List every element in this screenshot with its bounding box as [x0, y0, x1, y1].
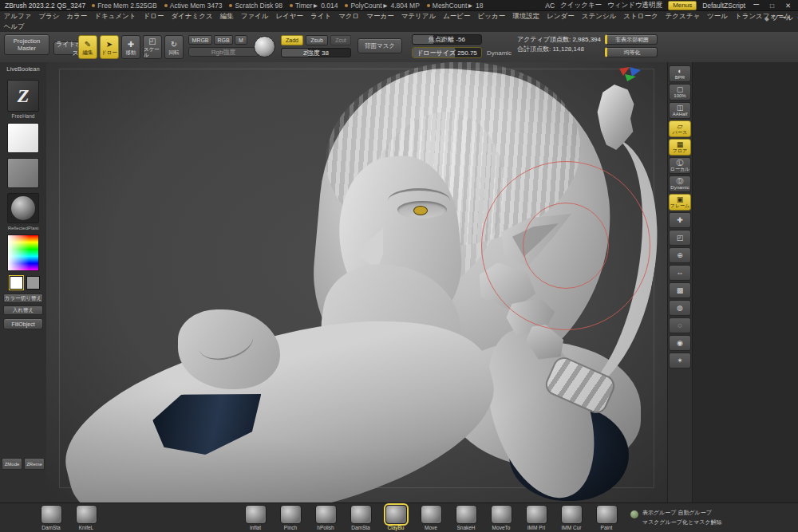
- menu-item[interactable]: カラー: [63, 11, 91, 22]
- menu-item[interactable]: ドロー: [140, 11, 168, 22]
- right-shelf-button[interactable]: ▢ 100%: [669, 84, 691, 100]
- menu-item[interactable]: ムービー: [440, 11, 474, 22]
- fill-object-button[interactable]: FillObject: [3, 318, 43, 329]
- brush-slot[interactable]: DamSta: [35, 505, 67, 530]
- menu-item[interactable]: レイヤー: [272, 11, 307, 22]
- brush-slot[interactable]: hPolish: [310, 505, 342, 530]
- right-shelf-button[interactable]: ◌: [669, 317, 691, 333]
- menu-item[interactable]: マテリアル: [397, 11, 440, 22]
- rgb-intensity-slider[interactable]: Rgb強度: [188, 47, 259, 57]
- live-boolean-button[interactable]: LiveBoolean: [0, 65, 46, 73]
- tray-mini-button[interactable]: ZMode: [2, 458, 22, 470]
- brush-slot[interactable]: DamSta: [345, 505, 377, 530]
- zcut-button[interactable]: Zcut: [330, 35, 351, 45]
- edit-mode-button[interactable]: 編集: [78, 35, 97, 59]
- backface-mask-button[interactable]: 背面マスク: [358, 38, 402, 53]
- right-shelf-button[interactable]: ⇔: [669, 265, 691, 281]
- group-option-line-1[interactable]: 表示グループ 自動グループ: [642, 509, 722, 517]
- brush-slot[interactable]: MoveTo: [485, 505, 517, 530]
- zadd-button[interactable]: Zadd: [281, 35, 303, 45]
- menu-item[interactable]: ステンシル: [578, 11, 620, 22]
- right-shelf-button[interactable]: ▩: [669, 282, 691, 298]
- right-shelf-button[interactable]: ◫ AAHalf: [669, 102, 691, 119]
- brush-slot[interactable]: IMM Pri: [520, 505, 552, 530]
- menu-item[interactable]: ライト: [307, 11, 335, 22]
- camera-head-preview[interactable]: [593, 85, 638, 150]
- brush-slot[interactable]: SnakeH: [450, 505, 482, 530]
- close-button[interactable]: ✕: [783, 2, 793, 10]
- menu-item[interactable]: ダイナミクス: [168, 11, 216, 22]
- menus-toggle-button[interactable]: Menus: [668, 1, 697, 10]
- current-material-thumbnail[interactable]: [7, 193, 39, 223]
- brush-slot[interactable]: Paint: [591, 505, 622, 530]
- current-material-sphere[interactable]: [254, 36, 275, 57]
- brush-slot[interactable]: KnifeL: [70, 505, 102, 530]
- minimize-button[interactable]: ー: [751, 1, 761, 10]
- current-texture-thumbnail[interactable]: [7, 158, 39, 188]
- right-shelf-button[interactable]: ▣ フレーム: [669, 194, 691, 211]
- right-shelf-button[interactable]: ▦ フロア: [669, 139, 691, 156]
- current-alpha-thumbnail[interactable]: [7, 123, 39, 153]
- viewport-canvas[interactable]: [46, 62, 667, 502]
- hidden-range-button[interactable]: 非表示部範囲: [605, 34, 658, 45]
- menu-item[interactable]: ドキュメント: [91, 11, 140, 22]
- rotate-mode-button[interactable]: 回転: [164, 35, 184, 59]
- brush-slot[interactable]: IMM Cur: [555, 505, 587, 530]
- menu-item[interactable]: 環境設定: [509, 11, 543, 22]
- zsub-button[interactable]: Zsub: [306, 35, 328, 45]
- window-opacity-button[interactable]: ウィンドウ透明度: [607, 1, 662, 10]
- brush-slot[interactable]: Move: [415, 505, 447, 530]
- right-shelf-button[interactable]: Ⓓ Dynamic: [669, 175, 691, 192]
- menu-item[interactable]: ストローク: [620, 11, 662, 22]
- menu-item[interactable]: マクロ: [335, 11, 363, 22]
- menu-item[interactable]: ヘルプ: [0, 22, 28, 32]
- menu-item[interactable]: ツール: [704, 11, 732, 22]
- right-shelf-button[interactable]: ◉: [669, 335, 691, 351]
- main-color-swatch[interactable]: [10, 276, 23, 290]
- menu-item[interactable]: 編集: [216, 11, 237, 22]
- uniform-button[interactable]: 均等化: [605, 47, 658, 57]
- tool-tray-header[interactable]: ツール: [764, 13, 793, 23]
- move-mode-button[interactable]: 移動: [121, 35, 140, 59]
- menu-item[interactable]: ブラシ: [35, 11, 63, 22]
- focal-shift-slider[interactable]: 焦点距離 -56: [412, 34, 482, 45]
- right-shelf-button[interactable]: ✚: [669, 212, 691, 228]
- swap-color-button[interactable]: 入れ替え: [3, 305, 43, 315]
- right-shelf-button[interactable]: ◰: [669, 230, 691, 246]
- right-shelf-button[interactable]: ✶: [669, 353, 691, 368]
- quick-keys-button[interactable]: クイックキー: [560, 1, 602, 10]
- color-picker[interactable]: [7, 234, 39, 271]
- brush-slot[interactable]: Pinch: [275, 505, 306, 530]
- brush-slot[interactable]: ClayBu: [380, 505, 412, 530]
- draw-mode-button[interactable]: ドロー: [100, 35, 119, 59]
- scale-mode-button[interactable]: スケール: [143, 35, 162, 59]
- current-brush-thumbnail[interactable]: [7, 80, 39, 112]
- switch-color-button[interactable]: カラー切り替え: [3, 294, 43, 303]
- menu-item[interactable]: ピッカー: [474, 11, 509, 22]
- z-intensity-slider[interactable]: Z強度 38: [281, 48, 351, 57]
- right-shelf-button[interactable]: ◍: [669, 300, 691, 316]
- dynamic-drawsize-toggle[interactable]: Dynamic: [487, 49, 512, 57]
- group-option-line-2[interactable]: マスクグループ化とマスク解除: [642, 518, 722, 526]
- menu-item[interactable]: マーカー: [363, 11, 397, 22]
- brush-slot[interactable]: Inflat: [239, 505, 271, 530]
- menu-item[interactable]: テクスチャ: [662, 11, 704, 22]
- right-shelf-button[interactable]: ◐ BPR: [669, 65, 691, 82]
- secondary-color-swatch[interactable]: [26, 276, 40, 290]
- right-shelf-button[interactable]: Ⓛ ローカル: [669, 157, 691, 174]
- axis-gizmo-icon[interactable]: [619, 67, 643, 81]
- m-button[interactable]: M: [235, 35, 247, 45]
- projection-master-button[interactable]: Projection Master: [4, 34, 49, 55]
- menu-item[interactable]: Zプラグイン: [794, 11, 798, 22]
- menu-item[interactable]: アルファ: [0, 11, 35, 22]
- draw-size-slider[interactable]: ドローサイズ 250.75: [412, 47, 482, 58]
- rgb-button[interactable]: RGB: [214, 35, 233, 45]
- menu-item[interactable]: レンダー: [543, 11, 579, 22]
- ac-button[interactable]: AC: [545, 2, 555, 10]
- mrgb-button[interactable]: MRGB: [188, 35, 212, 45]
- right-shelf-button[interactable]: ⊕: [669, 247, 691, 263]
- right-shelf-button[interactable]: ▱ パース: [669, 120, 691, 137]
- maximize-button[interactable]: □: [767, 2, 777, 10]
- tray-mini-button[interactable]: ZReme: [24, 458, 45, 470]
- menu-item[interactable]: ファイル: [237, 11, 272, 22]
